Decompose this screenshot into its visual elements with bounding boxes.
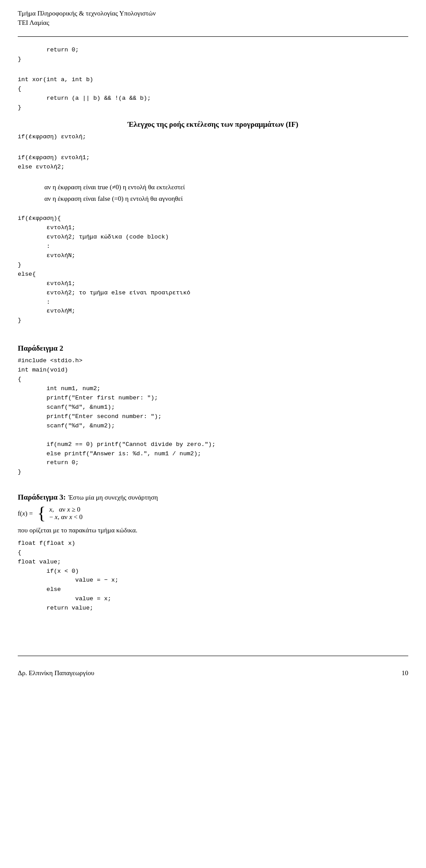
code-if-block: if(έκφραση){ εντολή1; εντολή2; τμήμα κώδ… bbox=[18, 214, 408, 325]
institution-line1: Τμήμα Πληροφορικής & τεχνολογίας Υπολογι… bbox=[18, 9, 156, 18]
math-brace-icon: { bbox=[37, 504, 46, 522]
example3-header: Παράδειγμα 3: Έστω μία μη συνεχής συνάρτ… bbox=[18, 493, 408, 502]
institution-info: Τμήμα Πληροφορικής & τεχνολογίας Υπολογι… bbox=[18, 9, 156, 27]
description1: αν η έκφραση είναι true (≠0) η εντολή θα… bbox=[18, 182, 408, 193]
description2: αν η έκφραση είναι false (=0) η εντολή θ… bbox=[18, 193, 408, 205]
code-return: return 0; } bbox=[18, 46, 408, 64]
example3-desc: Έστω μία μη συνεχής συνάρτηση bbox=[68, 494, 158, 501]
math-cases: x, αν x ≥ 0 − x, αν x < 0 bbox=[49, 506, 83, 521]
example2-code: #include <stdio.h> int main(void) { int … bbox=[18, 356, 408, 477]
header-divider bbox=[18, 36, 408, 37]
page-header: Τμήμα Πληροφορικής & τεχνολογίας Υπολογι… bbox=[18, 9, 408, 27]
math-case2: − x, αν x < 0 bbox=[49, 513, 83, 521]
section-title: Έλεγχος της ροής εκτέλεσης των προγραμμά… bbox=[18, 120, 408, 129]
syntax-if-else: if(έκφραση) εντολή1; else εντολή2; bbox=[18, 153, 408, 172]
footer-page: 10 bbox=[402, 669, 408, 677]
math-f: f(x) = bbox=[18, 510, 33, 517]
math-formula: f(x) = { x, αν x ≥ 0 − x, αν x < 0 bbox=[18, 504, 408, 522]
institution-line2: ΤΕΙ Λαμίας bbox=[18, 18, 156, 27]
example3-title: Παράδειγμα 3: bbox=[18, 493, 66, 502]
footer-divider bbox=[18, 656, 408, 656]
example2-title: Παράδειγμα 2 bbox=[18, 344, 408, 353]
syntax-if-simple: if(έκφραση) εντολή; bbox=[18, 133, 408, 142]
page-footer: Δρ. Ελπινίκη Παπαγεωργίου 10 bbox=[18, 669, 408, 677]
footer-author: Δρ. Ελπινίκη Παπαγεωργίου bbox=[18, 669, 94, 677]
math-case1: x, αν x ≥ 0 bbox=[49, 506, 83, 513]
example3-code: float f(float x) { float value; if(x < 0… bbox=[18, 539, 408, 613]
example3-text: που ορίζεται με το παρακάτω τμήμα κώδικα… bbox=[18, 525, 408, 536]
code-xor: int xor(int a, int b) { return (a || b) … bbox=[18, 66, 408, 113]
